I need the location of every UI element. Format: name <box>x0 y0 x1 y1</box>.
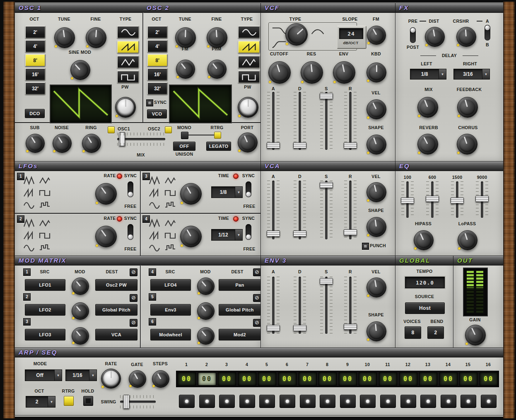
vcf-attack-slider[interactable] <box>267 92 280 150</box>
slot2-amount-knob[interactable] <box>72 302 89 320</box>
crshr-ab-toggle[interactable] <box>485 25 490 41</box>
saw-wave-icon[interactable] <box>22 188 36 198</box>
chevron-down-icon[interactable]: ▼ <box>235 229 242 240</box>
ring-knob[interactable] <box>82 134 101 153</box>
osc1-triangle-wave-button[interactable] <box>117 56 139 68</box>
sample-hold-wave-icon[interactable] <box>38 243 51 253</box>
lfo4-sync-free-toggle[interactable] <box>246 224 251 240</box>
osc1-oct-8[interactable]: 8' <box>25 54 46 67</box>
triangle-wave-icon[interactable] <box>38 218 51 228</box>
sine-wave-icon[interactable] <box>22 243 36 253</box>
legato-button[interactable]: LEGATO <box>206 142 231 151</box>
slot5-amount-knob[interactable] <box>197 302 215 320</box>
chevron-down-icon[interactable]: ▼ <box>439 69 446 79</box>
vca-decay-slider[interactable] <box>294 181 306 239</box>
noise-knob[interactable] <box>53 134 72 153</box>
step-button[interactable] <box>400 395 416 408</box>
osc2-oct-8[interactable]: 8' <box>147 54 168 67</box>
vca-shape-knob[interactable] <box>367 217 386 237</box>
osc1-dco-button[interactable]: DCO <box>25 109 45 118</box>
step-button[interactable] <box>340 395 356 408</box>
slot5-bypass-button[interactable]: ⊘ <box>253 294 261 302</box>
slot1-amount-knob[interactable] <box>72 278 89 295</box>
feedback-knob[interactable] <box>457 97 478 118</box>
square-wave-icon[interactable] <box>38 188 51 198</box>
step-display[interactable]: 00 <box>218 372 236 386</box>
step-display[interactable]: 00 <box>258 372 276 386</box>
step-display[interactable]: 00 <box>419 372 437 386</box>
slot6-bypass-button[interactable]: ⊘ <box>253 319 261 327</box>
step-button[interactable] <box>300 395 316 408</box>
eq-band-100-slider[interactable] <box>401 181 414 218</box>
osc1-tune-knob[interactable] <box>54 27 75 48</box>
osc1-oct-32[interactable]: 32' <box>25 82 46 95</box>
cutoff-knob[interactable] <box>268 61 291 84</box>
reverb-knob[interactable] <box>417 134 438 154</box>
env3-shape-knob[interactable] <box>367 321 386 341</box>
step-button[interactable] <box>360 395 376 408</box>
square-wave-icon[interactable] <box>164 231 177 241</box>
vca-vel-knob[interactable] <box>367 182 386 202</box>
step-display[interactable]: 00 <box>178 372 196 386</box>
slot4-source-button[interactable]: LFO4 <box>150 279 191 291</box>
swing-slider[interactable] <box>120 395 156 408</box>
step-display[interactable]: 00 <box>459 372 477 386</box>
square-wave-icon[interactable] <box>38 231 51 241</box>
osc2-phm-knob[interactable] <box>207 60 227 79</box>
osc1-fine-knob[interactable] <box>86 27 106 48</box>
arp-gate-knob[interactable] <box>129 370 146 388</box>
env3-decay-slider[interactable] <box>294 277 306 334</box>
osc1-saw-wave-button[interactable] <box>117 41 139 53</box>
chevron-down-icon[interactable]: ▼ <box>235 187 242 198</box>
lfo2-sync-free-toggle[interactable] <box>128 224 133 240</box>
osc1-sine-wave-button[interactable] <box>117 26 139 39</box>
tempo-display[interactable]: 120.0 <box>405 277 445 288</box>
lfo4-rate-knob[interactable] <box>180 226 202 247</box>
arp-rtrg-button[interactable] <box>64 396 74 406</box>
step-button[interactable] <box>239 395 255 408</box>
step-display[interactable]: 00 <box>439 372 458 386</box>
square-wave-icon[interactable] <box>164 188 177 198</box>
sample-hold-wave-icon[interactable] <box>164 200 177 210</box>
env3-release-slider[interactable] <box>344 277 357 334</box>
chevron-down-icon[interactable]: ▼ <box>54 370 62 381</box>
slot6-dest-button[interactable]: Mod2 <box>219 329 261 340</box>
osc1-sine-mod-knob[interactable] <box>70 60 90 80</box>
slot4-amount-knob[interactable] <box>197 278 215 295</box>
chevron-down-icon[interactable]: ▼ <box>89 370 96 381</box>
arp-mode-select[interactable]: Off▼ <box>25 369 62 381</box>
osc2-triangle-wave-button[interactable] <box>238 56 260 68</box>
sample-hold-wave-icon[interactable] <box>164 243 177 253</box>
rtrg-button[interactable] <box>214 132 221 139</box>
osc2-pw-knob[interactable] <box>238 97 258 118</box>
sine-wave-icon[interactable] <box>22 200 36 210</box>
env3-vel-knob[interactable] <box>367 278 386 297</box>
osc2-oct-2[interactable]: 2' <box>147 26 168 39</box>
step-display[interactable]: 00 <box>238 372 256 386</box>
vca-release-slider[interactable] <box>344 181 357 239</box>
delay-mix-knob[interactable] <box>417 97 438 118</box>
lfo2-rate-knob[interactable] <box>95 226 117 247</box>
sub-knob[interactable] <box>26 134 45 153</box>
zigzag-wave-icon[interactable] <box>22 176 36 186</box>
osc2-tune-knob[interactable] <box>175 27 196 48</box>
osc2-fm-knob[interactable] <box>176 60 195 79</box>
crshr-knob[interactable] <box>456 27 476 47</box>
eq-band-1500-slider[interactable] <box>451 181 463 218</box>
step-display[interactable]: 00 <box>318 372 337 386</box>
step-display[interactable]: 00 <box>359 372 377 386</box>
step-button[interactable] <box>199 395 215 408</box>
slot1-bypass-button[interactable]: ⊘ <box>130 268 137 276</box>
eq-band-600-slider[interactable] <box>426 181 439 218</box>
lfo3-sync-free-toggle[interactable] <box>246 181 251 197</box>
sample-hold-wave-icon[interactable] <box>38 200 51 210</box>
vca-attack-slider[interactable] <box>267 181 280 239</box>
step-display[interactable]: 00 <box>399 372 417 386</box>
sine-wave-icon[interactable] <box>148 243 161 253</box>
osc2-sine-wave-button[interactable] <box>238 26 260 39</box>
arp-oct-select[interactable]: 2▼ <box>26 396 55 408</box>
osc1-enable-button[interactable] <box>108 126 115 133</box>
osc1-pulse-wave-button[interactable] <box>117 70 139 83</box>
osc2-saw-wave-button[interactable] <box>238 41 260 53</box>
pre-post-toggle[interactable] <box>410 27 416 43</box>
